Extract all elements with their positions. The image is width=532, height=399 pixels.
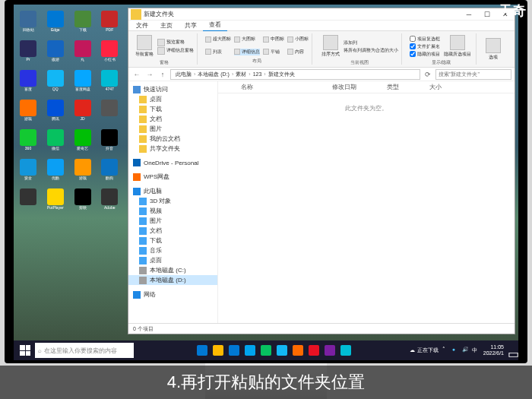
minimize-button[interactable]: ─ [460,8,478,21]
content-area[interactable]: 名称 修改日期 类型 大小 此文件夹为空。 [218,81,515,323]
breadcrumb-segment[interactable]: 本地磁盘 (D:) [195,71,232,78]
layout-md[interactable]: 中图标 [263,36,284,43]
breadcrumb-segment[interactable]: 123 [251,71,264,77]
notifications-icon[interactable]: ▭ [508,347,515,354]
desktop-icon[interactable]: PotPlayer [44,188,67,216]
desktop-icon[interactable]: 丸 [71,40,94,68]
taskbar-app[interactable] [290,343,306,358]
desktop-icon[interactable] [98,100,121,127]
desktop-icon[interactable]: 360 [17,129,40,157]
desktop-icon[interactable]: 百度 [17,70,40,97]
desktop-icon[interactable]: 回收站 [17,11,40,38]
breadcrumb-segment[interactable]: 此电脑 [173,71,194,78]
sidebar-item[interactable]: 3D 对象 [128,196,217,206]
back-button[interactable]: ← [131,69,142,80]
tab-share[interactable]: 共享 [179,20,203,31]
preview-pane-button[interactable]: 预览窗格 [157,39,194,46]
taskbar-app[interactable] [195,343,210,358]
breadcrumb-segment[interactable]: 素材 [233,71,249,78]
desktop-icon[interactable]: 爱奇艺 [71,129,94,157]
col-size[interactable]: 大小 [414,83,457,91]
sidebar-item[interactable]: 文档 [128,114,217,124]
sidebar-onedrive[interactable]: OneDrive - Personal [128,158,217,167]
sidebar-item[interactable]: 音乐 [128,245,217,255]
desktop-icon[interactable]: JD [71,100,94,127]
tab-home[interactable]: 主页 [154,20,179,31]
start-button[interactable] [15,340,35,360]
taskbar-app[interactable] [226,343,242,358]
desktop-icon[interactable]: QQ [44,70,67,97]
clock[interactable]: 11:052022/6/1 [483,344,504,356]
col-type[interactable]: 类型 [372,83,414,91]
sidebar-item[interactable]: 文档 [128,226,217,236]
tray-network-icon[interactable]: ● [452,347,460,354]
desktop-icon[interactable]: 剪映 [71,188,94,216]
check-hidden[interactable]: 隐藏的项目 [410,51,440,58]
desktop-icon[interactable]: 腾讯 [44,100,67,127]
sidebar-item[interactable]: 本地磁盘 (C:) [128,265,217,275]
tray-ime-icon[interactable]: 中 [472,347,480,354]
sidebar-item[interactable]: 本地磁盘 (D:) [128,275,217,285]
up-button[interactable]: ↑ [157,69,168,80]
weather-widget[interactable]: ☁正在下载 [410,347,439,354]
sidebar-this-pc[interactable]: 此电脑 [128,186,217,196]
taskbar-app[interactable] [322,343,337,358]
sidebar-wps[interactable]: WPS网盘 [128,172,217,182]
sidebar-item[interactable]: 图片 [128,124,217,134]
sidebar-quick-access[interactable]: 快速访问 [128,84,217,94]
layout-lg[interactable]: 大图标 [234,36,260,43]
desktop-icon[interactable]: 4747 [98,70,121,97]
refresh-button[interactable]: ⟳ [423,69,433,80]
check-item-checkbox[interactable]: 项目复选框 [410,36,440,43]
layout-sm[interactable]: 小图标 [287,36,309,43]
sidebar-item[interactable]: 下载 [128,236,217,245]
col-date[interactable]: 修改日期 [317,83,372,91]
desktop-icon[interactable]: Edge [44,11,67,38]
desktop-icon[interactable]: 小红书 [98,40,121,68]
details-pane-button[interactable]: 详细信息窗格 [157,47,194,55]
desktop-icon[interactable]: 游戏 [71,159,94,186]
desktop-icon[interactable]: Adobe [98,188,121,216]
desktop-icon[interactable]: 抖音 [98,129,121,157]
add-columns[interactable]: 添加列 [344,40,398,46]
layout-content[interactable]: 内容 [287,49,309,55]
sidebar-item[interactable]: 视频 [128,206,217,216]
breadcrumb[interactable]: 此电脑›本地磁盘 (D:)›素材›123›新建文件夹 [170,69,420,80]
desktop-icon[interactable] [17,188,40,216]
layout-xl[interactable]: 超大图标 [205,36,231,43]
sidebar-item[interactable]: 我的云文档 [128,134,217,144]
sidebar-item[interactable]: 图片 [128,216,217,226]
taskbar-app[interactable] [242,343,258,358]
sidebar-item[interactable]: 共享文件夹 [128,144,217,154]
taskbar-app[interactable] [211,343,226,358]
taskbar-search[interactable]: ⌕在这里输入你要搜索的内容 [35,343,134,358]
tab-file[interactable]: 文件 [130,20,154,31]
layout-list[interactable]: 列表 [205,49,231,55]
hide-items-button[interactable]: 隐藏所选项目 [442,33,473,59]
desktop-icon[interactable]: 百度网盘 [71,70,94,97]
search-input[interactable] [435,69,511,80]
sidebar-item[interactable]: 下载 [128,104,217,114]
desktop-icon[interactable]: 游戏 [17,100,40,127]
desktop-icon[interactable]: Pr [17,40,40,68]
taskbar-app[interactable] [258,343,274,358]
options-button[interactable]: 选项 [484,36,502,62]
layout-tiles[interactable]: 平铺 [263,49,284,55]
desktop-icon[interactable]: PDF [98,11,121,38]
desktop-icon[interactable]: 微信 [44,129,67,157]
taskbar-app[interactable] [274,343,290,358]
forward-button[interactable]: → [144,69,155,80]
tab-view[interactable]: 查看 [203,19,227,32]
desktop-icon[interactable]: 傲游 [44,40,67,68]
desktop-icon[interactable]: 下载 [71,11,94,38]
nav-pane-button[interactable]: 导航窗格 [134,33,155,59]
col-name[interactable]: 名称 [226,83,317,91]
breadcrumb-segment[interactable]: 新建文件夹 [266,71,297,78]
maximize-button[interactable]: ☐ [478,8,496,21]
sidebar-item[interactable]: 桌面 [128,94,217,104]
tray-up-icon[interactable]: ˄ [442,347,450,354]
fit-columns[interactable]: 将所有列调整为合适的大小 [344,47,398,54]
desktop-icon[interactable]: 安全 [17,159,40,186]
taskbar-app[interactable] [338,343,353,358]
sidebar-item[interactable]: 桌面 [128,255,217,265]
